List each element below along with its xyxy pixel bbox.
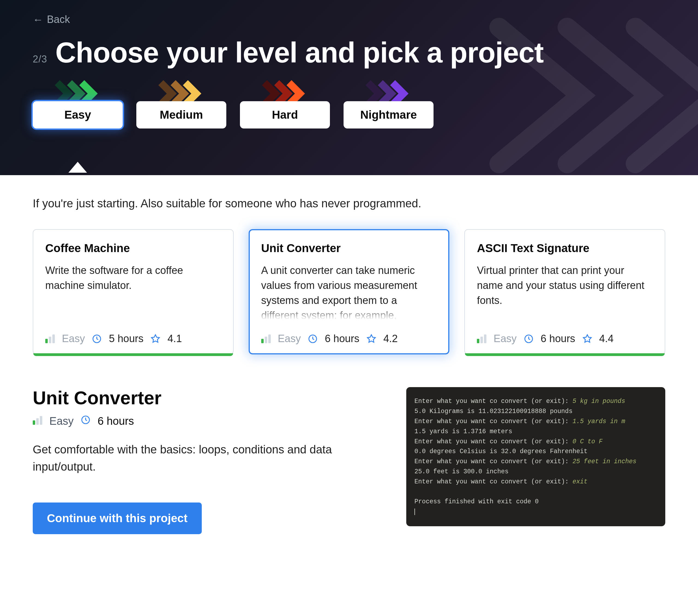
project-card[interactable]: Unit Converter A unit converter can take… [249, 229, 450, 354]
detail-meta: Easy 6 hours [33, 415, 385, 427]
page-header: ← Back 2/3 Choose your level and pick a … [0, 0, 698, 175]
clock-icon [524, 334, 534, 344]
level-tab-label: Hard [272, 108, 298, 121]
clock-icon [81, 415, 90, 427]
card-description: A unit converter can take numeric values… [261, 263, 437, 323]
card-title: ASCII Text Signature [477, 242, 653, 255]
card-rating: 4.2 [383, 333, 398, 344]
level-chevrons-icon [365, 80, 412, 105]
level-chevrons-icon [262, 80, 308, 105]
level-tab-hard[interactable]: Hard [240, 101, 330, 128]
card-accent-bar [33, 353, 233, 356]
project-detail: Unit Converter Easy 6 hours Get comforta… [33, 387, 665, 534]
card-description: Write the software for a coffee machine … [45, 263, 221, 323]
card-title: Coffee Machine [45, 242, 221, 255]
card-duration: 5 hours [109, 333, 143, 344]
project-cards: Coffee Machine Write the software for a … [33, 229, 665, 354]
level-tab-easy[interactable]: Easy [33, 101, 123, 128]
level-tab-nightmare[interactable]: Nightmare [344, 101, 434, 128]
card-difficulty: Easy [278, 333, 301, 344]
level-chevrons-icon [158, 80, 205, 105]
level-tab-medium[interactable]: Medium [136, 101, 226, 128]
detail-difficulty: Easy [50, 415, 74, 427]
level-tab-label: Medium [160, 108, 203, 121]
card-rating: 4.4 [599, 333, 614, 344]
arrow-left-icon: ← [33, 14, 43, 25]
card-difficulty: Easy [493, 333, 516, 344]
clock-icon [308, 334, 318, 344]
card-duration: 6 hours [325, 333, 359, 344]
difficulty-bars-icon [261, 334, 271, 343]
card-title: Unit Converter [261, 242, 437, 255]
card-difficulty: Easy [62, 333, 85, 344]
project-card[interactable]: Coffee Machine Write the software for a … [33, 229, 234, 354]
step-indicator: 2/3 [33, 54, 47, 65]
difficulty-bars-icon [45, 334, 55, 343]
project-card[interactable]: ASCII Text Signature Virtual printer tha… [464, 229, 665, 354]
difficulty-bars-icon [33, 415, 42, 427]
level-chevrons-icon [55, 80, 101, 105]
star-icon [151, 334, 160, 344]
level-description: If you're just starting. Also suitable f… [33, 197, 665, 210]
card-meta: Easy 5 hours 4.1 [45, 333, 221, 344]
page-title: Choose your level and pick a project [55, 36, 543, 69]
detail-title: Unit Converter [33, 387, 385, 408]
card-rating: 4.1 [167, 333, 182, 344]
card-duration: 6 hours [541, 333, 575, 344]
card-accent-bar [465, 353, 665, 356]
clock-icon [92, 334, 102, 344]
detail-duration: 6 hours [98, 415, 134, 427]
star-icon [366, 334, 376, 344]
difficulty-bars-icon [477, 334, 486, 343]
level-tabs: Easy Medium Hard Nig [33, 80, 665, 128]
terminal-preview: Enter what you want co convert (or exit)… [406, 387, 665, 526]
continue-button[interactable]: Continue with this project [33, 503, 202, 534]
star-icon [582, 334, 592, 344]
card-description: Virtual printer that can print your name… [477, 263, 653, 323]
back-label: Back [47, 14, 70, 25]
tab-pointer [68, 162, 87, 173]
back-button[interactable]: ← Back [33, 14, 70, 25]
level-tab-label: Nightmare [360, 108, 417, 121]
title-row: 2/3 Choose your level and pick a project [33, 36, 665, 69]
detail-description: Get comfortable with the basics: loops, … [33, 441, 346, 475]
card-meta: Easy 6 hours 4.4 [477, 333, 653, 344]
card-meta: Easy 6 hours 4.2 [261, 333, 437, 344]
level-tab-label: Easy [64, 108, 91, 121]
